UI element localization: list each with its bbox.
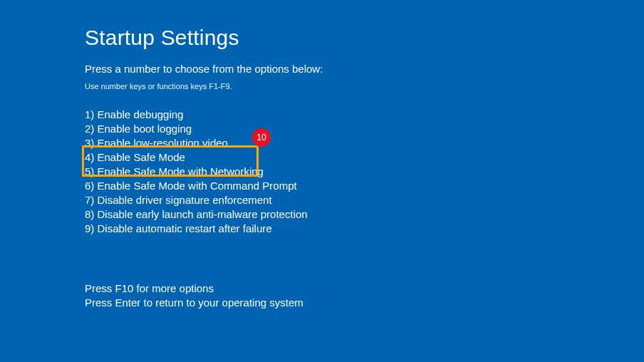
startup-settings-screen: Startup Settings Press a number to choos… [0, 0, 644, 310]
hint-text: Use number keys or functions keys F1-F9. [85, 82, 644, 90]
options-list: 1) Enable debugging 2) Enable boot loggi… [85, 108, 644, 236]
option-enable-boot-logging[interactable]: 2) Enable boot logging [85, 122, 644, 136]
option-enable-debugging[interactable]: 1) Enable debugging [85, 108, 644, 122]
option-enable-safe-mode-command-prompt[interactable]: 6) Enable Safe Mode with Command Prompt [85, 179, 644, 193]
instruction-text: Press a number to choose from the option… [85, 63, 644, 75]
option-enable-low-resolution-video[interactable]: 3) Enable low-resolution video [85, 136, 644, 150]
option-enable-safe-mode[interactable]: 4) Enable Safe Mode [85, 150, 644, 165]
page-title: Startup Settings [85, 26, 644, 50]
footer-instructions: Press F10 for more options Press Enter t… [85, 281, 644, 310]
option-enable-safe-mode-networking[interactable]: 5) Enable Safe Mode with Networking [85, 165, 644, 179]
option-disable-automatic-restart[interactable]: 9) Disable automatic restart after failu… [85, 222, 644, 236]
footer-more-options: Press F10 for more options [85, 281, 644, 296]
footer-return: Press Enter to return to your operating … [85, 296, 644, 310]
option-disable-early-launch-anti-malware[interactable]: 8) Disable early launch anti-malware pro… [85, 207, 644, 222]
option-disable-driver-signature-enforcement[interactable]: 7) Disable driver signature enforcement [85, 193, 644, 207]
